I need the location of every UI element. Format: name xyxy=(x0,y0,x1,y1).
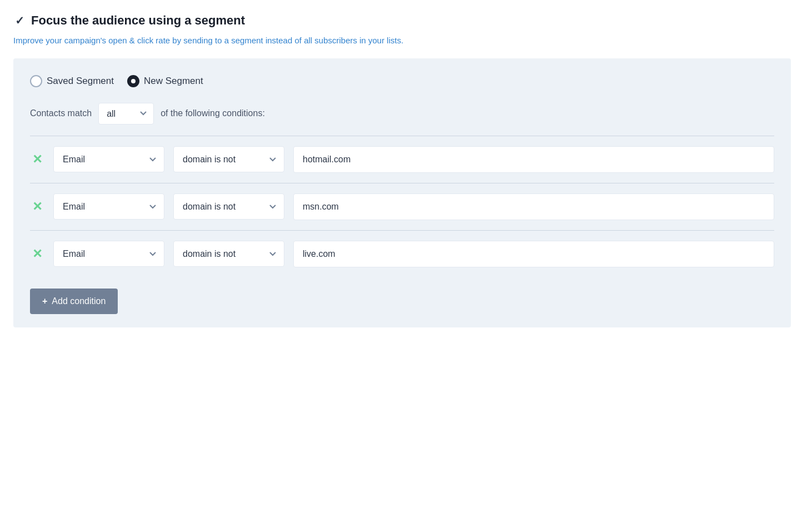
condition-1-value-input[interactable] xyxy=(293,146,774,173)
focus-audience-checkbox[interactable]: ✓ Focus the audience using a segment xyxy=(13,13,245,28)
segment-box: Saved Segment New Segment Contacts match… xyxy=(13,58,791,327)
condition-2-field-select[interactable]: Email First Name Last Name Phone xyxy=(53,193,164,220)
condition-1-operator-select[interactable]: domain is not domain is contains does no… xyxy=(173,146,284,172)
header-row: ✓ Focus the audience using a segment xyxy=(13,13,791,28)
new-segment-option[interactable]: New Segment xyxy=(127,75,203,87)
condition-row: ✕ Email First Name Last Name Phone domai… xyxy=(30,183,774,231)
checkmark-icon: ✓ xyxy=(15,14,24,27)
remove-condition-2-button[interactable]: ✕ xyxy=(30,198,44,215)
condition-2-value-input[interactable] xyxy=(293,193,774,220)
conditions-list: ✕ Email First Name Last Name Phone domai… xyxy=(30,136,774,277)
condition-2-operator-select[interactable]: domain is not domain is contains does no… xyxy=(173,193,284,220)
radio-row: Saved Segment New Segment xyxy=(30,75,774,87)
remove-condition-1-button[interactable]: ✕ xyxy=(30,151,44,168)
contacts-match-row: Contacts match all any of the following … xyxy=(30,103,774,125)
match-select[interactable]: all any xyxy=(98,103,154,125)
condition-3-field-select[interactable]: Email First Name Last Name Phone xyxy=(53,241,164,267)
page-container: ✓ Focus the audience using a segment Imp… xyxy=(13,13,791,327)
condition-1-field-select[interactable]: Email First Name Last Name Phone xyxy=(53,146,164,172)
add-condition-label: Add condition xyxy=(52,296,106,306)
condition-3-operator-select[interactable]: domain is not domain is contains does no… xyxy=(173,241,284,267)
condition-3-value-input[interactable] xyxy=(293,241,774,267)
add-condition-button[interactable]: + Add condition xyxy=(30,289,118,314)
condition-row: ✕ Email First Name Last Name Phone domai… xyxy=(30,136,774,183)
new-segment-label: New Segment xyxy=(144,76,203,87)
checkbox-icon: ✓ xyxy=(13,14,26,27)
new-segment-radio[interactable] xyxy=(127,75,139,87)
following-conditions-label: of the following conditions: xyxy=(161,108,265,118)
page-title: Focus the audience using a segment xyxy=(31,13,245,28)
saved-segment-option[interactable]: Saved Segment xyxy=(30,75,114,87)
remove-condition-3-button[interactable]: ✕ xyxy=(30,246,44,262)
saved-segment-radio[interactable] xyxy=(30,75,42,87)
plus-icon: + xyxy=(42,296,47,306)
condition-row: ✕ Email First Name Last Name Phone domai… xyxy=(30,231,774,277)
saved-segment-label: Saved Segment xyxy=(47,76,114,87)
subtitle-text: Improve your campaign's open & click rat… xyxy=(13,34,791,47)
contacts-match-label: Contacts match xyxy=(30,108,92,118)
